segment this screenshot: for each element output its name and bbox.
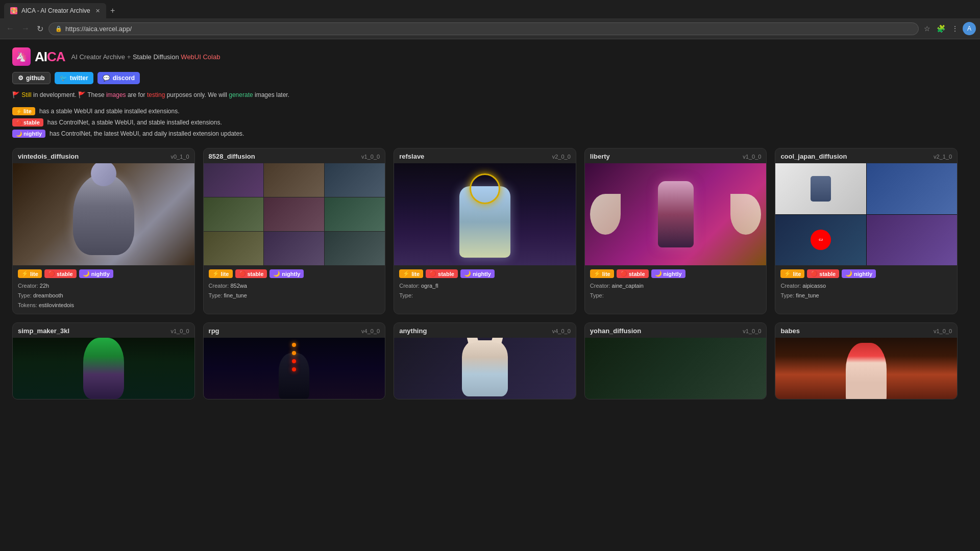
badge-lite: ⚡ lite xyxy=(399,269,423,278)
refresh-button[interactable]: ↻ xyxy=(35,22,45,36)
extensions-button[interactable]: 🧩 xyxy=(935,22,947,35)
twitter-button[interactable]: 🐦 twitter xyxy=(55,72,93,84)
sub-image-2 xyxy=(264,163,324,197)
card-badges: ⚡ lite 🔴 stable 🌙 nightly xyxy=(399,269,571,278)
card-header: liberty v1_0_0 xyxy=(585,148,767,163)
webui-colab-text: WebUI Colab xyxy=(181,53,220,61)
card-header: simp_maker_3kl v1_0_0 xyxy=(13,323,194,338)
card-meta: Creator: 852wa Type: fine_tune xyxy=(209,281,380,300)
card-version: v1_0_0 xyxy=(171,328,189,334)
forward-button[interactable]: → xyxy=(19,22,32,35)
card-version: v4_0_0 xyxy=(552,328,571,334)
model-card-rpg[interactable]: rpg v4_0_0 xyxy=(203,322,386,399)
card-image xyxy=(394,163,576,265)
page-content: 🦄 AICA AI Creator Archive + Stable Diffu… xyxy=(0,39,970,408)
card-version: v2_1_0 xyxy=(934,154,952,160)
badge-legend: ⚡ lite has a stable WebUI and stable ins… xyxy=(12,107,958,138)
sub-image-9 xyxy=(325,232,385,265)
tab-bar: 🎨 AICA - AI Creator Archive ✕ + xyxy=(0,0,980,18)
rpg-scene xyxy=(204,338,385,399)
model-card-simp[interactable]: simp_maker_3kl v1_0_0 xyxy=(12,322,195,399)
active-tab[interactable]: 🎨 AICA - AI Creator Archive ✕ xyxy=(4,3,106,18)
card-footer: ⚡ lite 🔴 stable 🌙 nightly Creator: aipic… xyxy=(775,265,957,304)
badge-lite: ⚡ lite xyxy=(12,107,35,115)
badge-lite: ⚡ lite xyxy=(18,269,42,278)
card-title: babes xyxy=(780,327,800,335)
card-badges: ⚡ lite 🔴 stable 🌙 nightly xyxy=(780,269,952,278)
creator-field: Creator: aipicasso xyxy=(780,281,952,291)
lite-icon: ⚡ xyxy=(16,109,22,114)
sub-image-3 xyxy=(325,163,385,197)
github-button[interactable]: ⚙ github xyxy=(12,72,51,84)
model-card-babes[interactable]: babes v1_0_0 xyxy=(775,322,958,399)
model-card-yohan[interactable]: yohan_diffusion v1_0_0 xyxy=(584,322,767,399)
model-card-liberty[interactable]: liberty v1_0_0 ⚡ lite 🔴 stable 🌙 nightly xyxy=(584,148,767,314)
card-title: vintedois_diffusion xyxy=(18,153,79,160)
notice-bar: 🚩 Still in development. 🚩 These images a… xyxy=(12,90,958,100)
badge-stable: 🔴 stable xyxy=(617,269,649,278)
model-card-anything[interactable]: anything v4_0_0 xyxy=(394,322,576,399)
cj-cell-1 xyxy=(775,163,866,214)
card-version: v0_1_0 xyxy=(171,154,189,160)
lite-icon: ⚡ xyxy=(212,270,219,277)
nightly-icon: 🌙 xyxy=(655,270,662,277)
nightly-icon: 🌙 xyxy=(464,270,471,277)
model-card-cooljapan[interactable]: cool_japan_diffusion v2_1_0 CJ xyxy=(775,148,958,314)
type-field: Type: xyxy=(590,291,762,300)
badge-nightly: 🌙 nightly xyxy=(842,269,876,278)
discord-button[interactable]: 💬 discord xyxy=(97,72,140,84)
sub-image-6 xyxy=(325,197,385,231)
menu-button[interactable]: ⋮ xyxy=(949,22,961,35)
discord-label: discord xyxy=(113,74,135,82)
back-button[interactable]: ← xyxy=(4,22,16,35)
site-header: 🦄 AICA AI Creator Archive + Stable Diffu… xyxy=(12,47,958,66)
new-tab-button[interactable]: + xyxy=(106,6,119,15)
notice-generate: generate xyxy=(229,91,253,98)
stable-icon: 🔴 xyxy=(811,270,818,277)
nightly-icon: 🌙 xyxy=(83,270,90,277)
model-card-8528[interactable]: 8528_diffusion v1_0_0 ⚡ lite xyxy=(203,148,386,314)
card-image xyxy=(13,163,194,265)
twitter-icon: 🐦 xyxy=(60,74,67,82)
nightly-icon: 🌙 xyxy=(845,270,852,277)
model-card-refslave[interactable]: refslave v2_0_0 ⚡ lite 🔴 stable 🌙 nightl… xyxy=(394,148,576,314)
card-footer: ⚡ lite 🔴 stable 🌙 nightly Creator: ogra_… xyxy=(394,265,576,304)
badge-nightly: 🌙 nightly xyxy=(12,130,45,138)
sub-image-1 xyxy=(204,163,264,197)
badge-nightly-description: has ControlNet, the latest WebUI, and da… xyxy=(50,130,244,137)
lite-icon: ⚡ xyxy=(21,270,29,277)
card-meta: Creator: 22h Type: dreambooth Tokens: es… xyxy=(18,281,189,310)
stable-icon: 🔴 xyxy=(16,120,22,126)
card-badges: ⚡ lite 🔴 stable 🌙 nightly xyxy=(18,269,189,278)
stable-icon: 🔴 xyxy=(48,270,55,277)
cj-cell-3: CJ xyxy=(775,215,866,266)
card-header: cool_japan_diffusion v2_1_0 xyxy=(775,148,957,163)
card-version: v2_0_0 xyxy=(552,154,571,160)
card-header: 8528_diffusion v1_0_0 xyxy=(204,148,385,163)
creator-field: Creator: aine_captain xyxy=(590,281,762,291)
profile-avatar[interactable]: A xyxy=(963,22,976,35)
badge-lite-description: has a stable WebUI and stable installed … xyxy=(39,108,180,115)
card-image xyxy=(394,338,576,399)
rpg-dot-1 xyxy=(292,343,296,347)
card-meta: Creator: aine_captain Type: xyxy=(590,281,762,300)
social-links: ⚙ github 🐦 twitter 💬 discord xyxy=(12,72,958,84)
bookmark-button[interactable]: ☆ xyxy=(922,22,933,35)
card-title: liberty xyxy=(590,153,610,160)
card-title: anything xyxy=(399,327,427,335)
badge-row-stable: 🔴 stable has ControlNet, a stable WebUI,… xyxy=(12,118,958,127)
lite-icon: ⚡ xyxy=(784,270,791,277)
address-bar[interactable]: 🔒 https://aica.vercel.app/ xyxy=(48,22,919,35)
badge-nightly: 🌙 nightly xyxy=(79,269,113,278)
card-footer: ⚡ lite 🔴 stable 🌙 nightly Creator: 22h T… xyxy=(13,265,194,314)
card-title: simp_maker_3kl xyxy=(18,327,69,335)
sub-image-8 xyxy=(264,232,324,265)
card-footer: ⚡ lite 🔴 stable 🌙 nightly Creator: aine_… xyxy=(585,265,767,304)
card-badges: ⚡ lite 🔴 stable 🌙 nightly xyxy=(590,269,762,278)
tab-close-button[interactable]: ✕ xyxy=(95,8,100,14)
card-image xyxy=(775,338,957,399)
badge-nightly: 🌙 nightly xyxy=(270,269,304,278)
card-header: rpg v4_0_0 xyxy=(204,323,385,338)
nav-actions: ☆ 🧩 ⋮ A xyxy=(922,22,976,35)
model-card-vintedois[interactable]: vintedois_diffusion v0_1_0 ⚡ lite 🔴 stab… xyxy=(12,148,195,314)
